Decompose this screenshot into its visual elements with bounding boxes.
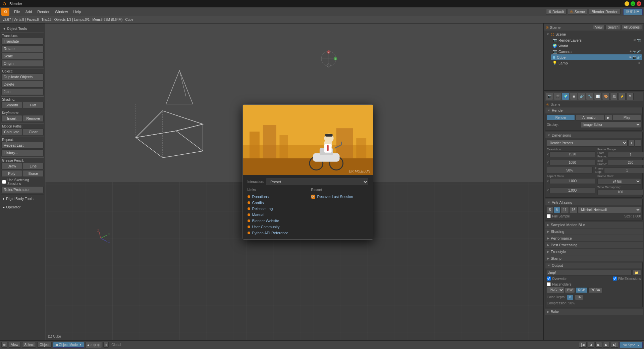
- outliner-item-camera[interactable]: 📷 Camera 👁 📷 🔗: [551, 49, 642, 54]
- frame-rate-select[interactable]: 24 fps: [597, 178, 641, 185]
- scene-root-item[interactable]: ▼ ◎ Scene: [546, 31, 642, 37]
- file-ext-checkbox[interactable]: [613, 277, 617, 281]
- props-constraints-btn[interactable]: 🔗: [578, 93, 585, 100]
- line-button[interactable]: Line: [23, 163, 44, 169]
- menu-window[interactable]: Window: [52, 9, 70, 14]
- performance-header[interactable]: ▶ Performance: [545, 235, 643, 241]
- outliner-item-renderlayers[interactable]: 📷 RenderLayers 👁 📷: [551, 37, 642, 43]
- bw-btn[interactable]: BW: [565, 287, 575, 293]
- end-frame-input[interactable]: [608, 160, 644, 165]
- overwrite-checkbox[interactable]: [547, 277, 551, 281]
- presets-add-btn[interactable]: +: [628, 140, 634, 147]
- aa-header[interactable]: ▼ Anti-Aliasing: [545, 199, 642, 205]
- use-sketching-sessions-checkbox[interactable]: [2, 180, 6, 184]
- view-btn[interactable]: View: [593, 25, 605, 30]
- menu-add[interactable]: Add: [23, 9, 35, 14]
- calculate-button[interactable]: Calculate: [1, 129, 22, 135]
- rgba-btn[interactable]: RGBA: [588, 287, 602, 293]
- props-world-btn[interactable]: 🌍: [562, 93, 569, 100]
- remove-button[interactable]: Remove: [23, 115, 44, 122]
- render-section-header[interactable]: ▼ Render: [545, 107, 642, 113]
- props-modifier-btn[interactable]: 🔧: [586, 93, 593, 100]
- output-header[interactable]: ▼ Output: [545, 262, 642, 268]
- next-frame-btn[interactable]: ▶: [603, 342, 610, 348]
- freestyle-header[interactable]: ▶ Freestyle: [545, 249, 643, 255]
- aa-5-btn[interactable]: 5: [547, 207, 553, 213]
- viewport[interactable]: User Persp: [45, 23, 543, 340]
- play-button[interactable]: Play: [613, 115, 641, 120]
- output-path-input[interactable]: [547, 270, 632, 276]
- time-old-input[interactable]: [597, 189, 643, 195]
- link-manual[interactable]: Manual: [248, 212, 305, 218]
- res-pct-input[interactable]: [547, 167, 593, 173]
- repeat-last-button[interactable]: Repeat Last: [1, 142, 44, 149]
- screen-layout-selector[interactable]: ⊞ Default: [546, 9, 567, 15]
- outliner-item-lamp[interactable]: 💡 Lamp 👁: [551, 60, 642, 66]
- minimize-button[interactable]: ─: [625, 1, 629, 6]
- delete-button[interactable]: Delete: [1, 81, 44, 88]
- recover-last-session[interactable]: ⟳ Recover Last Session: [311, 194, 368, 200]
- view-type-selector[interactable]: ⊕: [1, 342, 7, 348]
- link-donations[interactable]: Donations: [248, 194, 305, 200]
- frame-step-input[interactable]: [604, 167, 644, 173]
- outliner-item-world[interactable]: 🌍 World: [551, 43, 642, 49]
- clear-button[interactable]: Clear: [23, 129, 44, 135]
- maximize-button[interactable]: □: [631, 1, 635, 6]
- props-physics-btn[interactable]: ⚙: [626, 93, 634, 100]
- props-material-btn[interactable]: 🎨: [602, 93, 609, 100]
- props-particles-btn[interactable]: ⚡: [618, 93, 626, 100]
- outliner-item-cube[interactable]: ◼ Cube 👁 📷 🔗: [551, 54, 642, 60]
- jump-start-btn[interactable]: |◀: [579, 342, 587, 348]
- props-texture-btn[interactable]: 🖼: [610, 93, 618, 100]
- aspect-y-input[interactable]: [549, 188, 595, 193]
- menu-help[interactable]: Help: [71, 9, 84, 14]
- sampled-motion-blur-header[interactable]: ▶ Sampled Motion Blur: [545, 222, 643, 228]
- render-button[interactable]: Render: [547, 115, 575, 120]
- operator-section[interactable]: ▶ Operator: [1, 204, 44, 210]
- cd-16-btn[interactable]: 16: [575, 294, 583, 300]
- prev-frame-btn[interactable]: ◀: [588, 342, 594, 348]
- interaction-select[interactable]: Preset: [266, 179, 368, 185]
- object-menu-btn[interactable]: Object: [37, 342, 52, 348]
- wireframe-shading-btn[interactable]: ○: [90, 343, 92, 347]
- props-object-btn[interactable]: ◼: [570, 93, 577, 100]
- res-y-input[interactable]: [549, 160, 595, 165]
- online-access-btn[interactable]: 联接上网: [623, 8, 643, 15]
- aa-filter-select[interactable]: Mitchell-Netravali: [578, 207, 641, 213]
- aa-11-btn[interactable]: 11: [560, 207, 569, 213]
- rgb-btn[interactable]: RGB: [576, 287, 588, 293]
- jump-end-btn[interactable]: ▶|: [611, 342, 619, 348]
- all-scenes-btn[interactable]: All Scenes: [622, 25, 642, 30]
- engine-selector[interactable]: Blender Render: [589, 9, 621, 15]
- render-presets-select[interactable]: Render Presets: [547, 140, 628, 147]
- rigid-body-tools-section[interactable]: ▶ Rigid Body Tools: [1, 196, 44, 201]
- post-processing-header[interactable]: ▶ Post Processing: [545, 242, 643, 248]
- link-credits[interactable]: Credits: [248, 200, 305, 206]
- insert-button[interactable]: Insert: [1, 115, 22, 122]
- start-frame-input[interactable]: [608, 152, 644, 158]
- play-icon[interactable]: ▶: [605, 115, 612, 120]
- material-shading-btn[interactable]: ◑: [93, 343, 96, 347]
- proportional-editing-btn[interactable]: ○: [103, 342, 109, 348]
- play-btn[interactable]: ▶: [595, 342, 602, 348]
- splash-overlay[interactable]: Blender 2.67 2.67.0 r56533: [45, 23, 543, 340]
- shading-props-header[interactable]: ▶ Shading: [545, 229, 643, 235]
- search-btn[interactable]: Search: [605, 25, 621, 30]
- poly-button[interactable]: Poly: [1, 170, 22, 177]
- stamp-header[interactable]: ▶ Stamp: [545, 255, 643, 261]
- smooth-button[interactable]: Smooth: [1, 102, 22, 108]
- mode-selector[interactable]: ◼ Object Mode ▼: [53, 342, 84, 348]
- link-release-log[interactable]: Release Log: [248, 206, 305, 212]
- rotate-button[interactable]: Rotate: [1, 45, 44, 52]
- link-python-api[interactable]: Python API Reference: [248, 230, 305, 236]
- link-user-community[interactable]: User Community: [248, 224, 305, 230]
- animation-button[interactable]: Animation: [576, 115, 604, 120]
- placeholders-checkbox[interactable]: [547, 282, 551, 286]
- props-data-btn[interactable]: 📊: [594, 93, 601, 100]
- link-blender-website[interactable]: Blender Website: [248, 218, 305, 224]
- close-button[interactable]: ✕: [637, 1, 641, 6]
- solid-shading-btn[interactable]: ●: [87, 343, 90, 347]
- translate-button[interactable]: Translate: [1, 38, 44, 45]
- duplicate-objects-button[interactable]: Duplicate Objects: [1, 73, 44, 80]
- scene-selector[interactable]: ◎ Scene: [568, 9, 587, 15]
